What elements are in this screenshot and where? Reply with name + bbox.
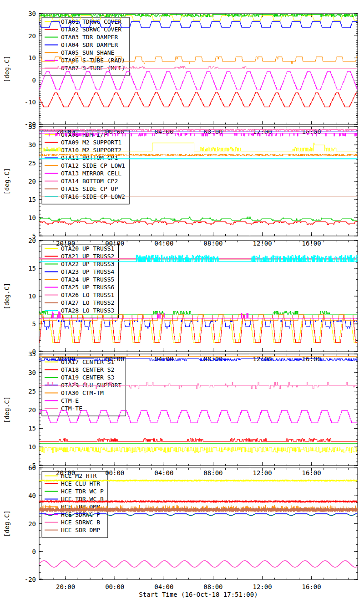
panel-2-xtick-label: 00:00 xyxy=(105,240,124,247)
panel-1-ytick-label: 20 xyxy=(28,32,36,40)
panel-4-xtick-label: 00:00 xyxy=(105,469,124,477)
panel-4-ylabel: [deg.C] xyxy=(3,396,10,423)
legend-panel-5: HCE M2 HTRHCE CLU HTRHCE TDR WC PHCE TDR… xyxy=(42,472,108,538)
panel-2-ytick-label: 15 xyxy=(28,196,36,203)
temperature-multi-panel-chart: OTA01 TDRWC COVEROTA02 SDRWC COVEROTA03 … xyxy=(0,0,364,615)
legend-label-ota23-up-truss4: OTA23 UP TRUSS4 xyxy=(61,268,115,275)
panel-1-ytick-label: -10 xyxy=(25,98,36,106)
legend-panel-2: OTA08 HDM I/FOTA09 M2 SUPPORT1OTA10 M2 S… xyxy=(42,130,129,204)
panel-5-xtick-label: 12:00 xyxy=(253,583,272,590)
panel-2-ytick-label: 25 xyxy=(28,159,36,167)
legend-label-ota14-bottom-cp2: OTA14 BOTTOM CP2 xyxy=(61,178,118,184)
panel-2-ytick-label: 10 xyxy=(28,214,36,221)
panel-2-xtick-label: 08:00 xyxy=(203,240,222,247)
panel-4-ytick-label: 15 xyxy=(28,425,36,432)
panel-1-ytick-label: 30 xyxy=(28,10,36,17)
legend-label-ota19-center-s3: OTA19 CENTER S3 xyxy=(61,374,114,381)
panel-5-xtick-label: 00:00 xyxy=(105,583,124,590)
legend-label-ota26-lo-truss1: OTA26 LO TRUSS1 xyxy=(61,292,114,298)
panel-4-xtick-label: 16:00 xyxy=(302,469,321,477)
panel-4-xtick-label: 04:00 xyxy=(154,469,173,477)
legend-label-ctm-e: CTM-E xyxy=(61,397,79,404)
panel-5-xtick-label: 08:00 xyxy=(203,583,222,590)
series-hce-sdrwc-b xyxy=(39,561,358,567)
legend-label-ota04-sdr-damper: OTA04 SDR DAMPER xyxy=(61,41,118,48)
panel-5-ylabel: [deg.C] xyxy=(3,510,10,537)
legend-label-ota03-tdr-damper: OTA03 TDR DAMPER xyxy=(61,34,118,41)
legend-label-ota13-mirror-cell: OTA13 MIRROR CELL xyxy=(61,170,121,177)
panel-1-ytick-label: 0 xyxy=(32,77,36,84)
panel-5-ytick-label: 60 xyxy=(28,464,36,472)
legend-label-ota12-side-cp-low1: OTA12 SIDE CP LOW1 xyxy=(61,162,125,169)
panel-4-ytick-label: 30 xyxy=(28,369,36,376)
series-ota20-up-truss1 xyxy=(39,318,358,343)
panel-3-ytick-label: 5 xyxy=(32,320,36,328)
panel-2-ytick-label: 20 xyxy=(28,178,36,185)
panel-2-ytick-label: 30 xyxy=(28,141,36,149)
figure: OTA01 TDRWC COVEROTA02 SDRWC COVEROTA03 … xyxy=(0,0,364,615)
panel-3-ytick-label: 20 xyxy=(28,237,36,244)
panel-5-xtick-label: 16:00 xyxy=(302,583,321,590)
panel-3-ytick-label: 15 xyxy=(28,265,36,272)
panel-5-ytick-label: 40 xyxy=(28,492,36,499)
panel-1-ytick-label: 10 xyxy=(28,54,36,62)
legend-label-ctm-te: CTM-TE xyxy=(61,405,82,412)
legend-label-hce-tdr-wc-p: HCE TDR WC P xyxy=(61,488,104,495)
panel-4-ytick-label: 20 xyxy=(28,406,36,414)
panel-1-ylabel: [deg.C] xyxy=(3,56,10,82)
legend-label-hce-sdrwc-b: HCE SDRWC B xyxy=(61,519,100,526)
legend-label-ota24-up-truss5: OTA24 UP TRUSS5 xyxy=(61,276,114,283)
panel-5-xtick-label: 04:00 xyxy=(154,583,173,590)
series-ota10-m2-support2 xyxy=(39,217,358,220)
series-ota02-sdrwc-cover xyxy=(39,92,358,107)
panel-2-xtick-label: 04:00 xyxy=(154,240,173,247)
legend-panel-4: OTA17 CENTER S1OTA18 CENTER S2OTA19 CENT… xyxy=(42,358,126,416)
legend-label-ota15-side-cp-up: OTA15 SIDE CP UP xyxy=(61,185,118,192)
panel-2-ylabel: [deg.C] xyxy=(3,168,10,195)
series-ctm-e xyxy=(39,410,358,423)
panel-2-xtick-label: 12:00 xyxy=(253,240,272,247)
panel-5-ytick-label: 0 xyxy=(32,548,36,555)
panel-2-xtick-label: 20:00 xyxy=(56,240,75,247)
panel-4-xtick-label: 08:00 xyxy=(203,469,222,477)
legend-label-ota25-up-truss6: OTA25 UP TRUSS6 xyxy=(61,284,114,291)
panel-4-xtick-label: 20:00 xyxy=(56,469,75,477)
panel-3-ylabel: [deg.C] xyxy=(3,282,10,309)
panel-2-ytick-label: 35 xyxy=(28,123,36,130)
panel-4-xtick-label: 12:00 xyxy=(253,469,272,477)
series-ota23-up-truss4 xyxy=(39,320,358,330)
series-ota18-center-s2 xyxy=(39,439,358,441)
series-ota17-center-s1 xyxy=(39,448,358,453)
legend-label-ota05-sun-shane: OTA05 SUN SHANE xyxy=(61,49,114,56)
panel-5-ytick-label: 20 xyxy=(28,520,36,528)
panel-2-xtick-label: 16:00 xyxy=(302,240,321,247)
panel-4-ytick-label: 35 xyxy=(28,350,36,358)
series-ota21-up-truss2 xyxy=(39,315,358,343)
legend-layer: OTA01 TDRWC COVEROTA02 SDRWC COVEROTA03 … xyxy=(42,17,129,538)
legend-label-ota10-m2-support2: OTA10 M2 SUPPORT2 xyxy=(61,147,121,154)
legend-label-hce-sdr-dmp: HCE SDR DMP xyxy=(61,527,100,533)
legend-label-ota09-m2-support1: OTA09 M2 SUPPORT1 xyxy=(61,139,121,146)
legend-label-ota27-lo-truss2: OTA27 LO TRUSS2 xyxy=(61,299,114,306)
x-axis-title: Start Time (16-Oct-18 17:51:00) xyxy=(39,591,358,598)
legend-panel-3: OTA20 UP TRUSS1OTA21 UP TRUSS2OTA22 UP T… xyxy=(42,244,119,318)
legend-label-ota16-side-cp-low2: OTA16 SIDE CP LOW2 xyxy=(61,193,125,200)
legend-label-ota30-ctm-tm: OTA30 CTM-TM xyxy=(61,390,104,396)
series-ota09-m2-support1 xyxy=(39,222,358,225)
legend-label-ota02-sdrwc-cover: OTA02 SDRWC COVER xyxy=(61,26,121,33)
panel-4-ytick-label: 10 xyxy=(28,443,36,451)
panel-4-ytick-label: 25 xyxy=(28,388,36,395)
panel-5-ytick-label: -20 xyxy=(25,576,36,583)
legend-label-ota18-center-s2: OTA18 CENTER S2 xyxy=(61,366,114,373)
legend-label-ota28-lo-truss3: OTA28 LO TRUSS3 xyxy=(61,307,114,314)
panel-3-ytick-label: 10 xyxy=(28,292,36,300)
panel-5-xtick-label: 20:00 xyxy=(56,583,75,590)
